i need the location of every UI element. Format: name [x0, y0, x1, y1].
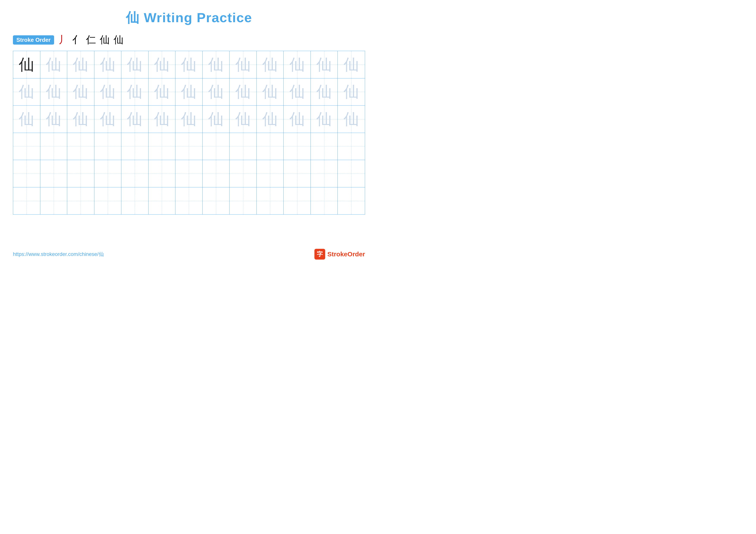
practice-char: 仙	[46, 84, 62, 99]
stroke-3: 仁	[86, 33, 96, 46]
grid-cell[interactable]: 仙	[176, 106, 202, 133]
grid-cell[interactable]	[121, 133, 148, 160]
practice-char: 仙	[154, 111, 170, 127]
grid-cell[interactable]	[230, 133, 257, 160]
grid-cell[interactable]: 仙	[257, 78, 284, 106]
brand-name-order: Order	[347, 250, 365, 258]
grid-cell[interactable]: 仙	[67, 78, 94, 106]
grid-cell[interactable]: 仙	[13, 78, 40, 106]
grid-cell[interactable]	[67, 160, 94, 187]
grid-cell[interactable]: 仙	[311, 51, 338, 78]
grid-cell[interactable]: 仙	[202, 51, 230, 78]
grid-cell[interactable]	[257, 133, 284, 160]
grid-cell[interactable]	[230, 188, 257, 215]
grid-cell[interactable]: 仙	[13, 51, 40, 78]
grid-cell[interactable]	[311, 188, 338, 215]
grid-cell[interactable]	[257, 160, 284, 187]
grid-cell[interactable]: 仙	[257, 51, 284, 78]
practice-char: 仙	[262, 111, 278, 127]
grid-cell[interactable]	[94, 133, 122, 160]
grid-cell[interactable]: 仙	[40, 51, 68, 78]
practice-char: 仙	[235, 57, 251, 72]
grid-cell[interactable]	[40, 160, 68, 187]
grid-cell[interactable]	[311, 133, 338, 160]
writing-grid: 仙 仙 仙 仙 仙 仙 仙 仙 仙 仙 仙 仙 仙 仙 仙 仙 仙 仙 仙 仙 …	[13, 51, 365, 215]
grid-cell[interactable]: 仙	[230, 106, 257, 133]
practice-char: 仙	[235, 111, 251, 127]
grid-cell[interactable]: 仙	[284, 106, 311, 133]
grid-cell[interactable]: 仙	[94, 51, 122, 78]
practice-char: 仙	[181, 84, 197, 99]
grid-cell[interactable]	[67, 133, 94, 160]
grid-cell[interactable]: 仙	[94, 78, 122, 106]
grid-cell[interactable]	[148, 133, 176, 160]
grid-cell[interactable]	[148, 160, 176, 187]
grid-cell[interactable]: 仙	[284, 78, 311, 106]
practice-char: 仙	[235, 84, 251, 99]
grid-cell[interactable]: 仙	[148, 106, 176, 133]
grid-cell[interactable]: 仙	[94, 106, 122, 133]
practice-char: 仙	[208, 111, 224, 127]
grid-row-3: 仙 仙 仙 仙 仙 仙 仙 仙 仙 仙 仙 仙 仙	[13, 106, 365, 133]
grid-cell[interactable]	[338, 133, 365, 160]
grid-cell[interactable]: 仙	[202, 78, 230, 106]
grid-cell[interactable]	[230, 160, 257, 187]
grid-cell[interactable]	[176, 188, 202, 215]
practice-char: 仙	[100, 84, 116, 99]
grid-cell[interactable]: 仙	[230, 78, 257, 106]
grid-cell[interactable]	[13, 133, 40, 160]
grid-cell[interactable]: 仙	[148, 51, 176, 78]
grid-cell[interactable]	[94, 160, 122, 187]
grid-cell[interactable]: 仙	[338, 106, 365, 133]
grid-cell[interactable]: 仙	[121, 106, 148, 133]
grid-cell[interactable]	[202, 160, 230, 187]
practice-char: 仙	[181, 111, 197, 127]
grid-cell[interactable]: 仙	[121, 51, 148, 78]
grid-cell[interactable]	[257, 188, 284, 215]
practice-char: 仙	[73, 84, 88, 99]
grid-cell[interactable]	[148, 188, 176, 215]
grid-cell[interactable]: 仙	[284, 51, 311, 78]
grid-cell[interactable]	[284, 133, 311, 160]
stroke-4: 仙	[100, 33, 110, 46]
title-char: 仙	[126, 10, 140, 25]
grid-cell[interactable]	[176, 160, 202, 187]
grid-cell[interactable]: 仙	[121, 78, 148, 106]
grid-cell[interactable]: 仙	[230, 51, 257, 78]
grid-cell[interactable]: 仙	[176, 51, 202, 78]
grid-cell[interactable]: 仙	[311, 106, 338, 133]
grid-cell[interactable]	[67, 188, 94, 215]
practice-char: 仙	[100, 57, 116, 72]
footer-url[interactable]: https://www.strokeorder.com/chinese/仙	[13, 251, 104, 258]
practice-char: 仙	[46, 57, 62, 72]
grid-cell[interactable]	[13, 160, 40, 187]
grid-cell[interactable]	[338, 160, 365, 187]
grid-cell[interactable]	[13, 188, 40, 215]
grid-cell[interactable]	[121, 160, 148, 187]
grid-cell[interactable]	[176, 133, 202, 160]
grid-cell[interactable]	[338, 188, 365, 215]
grid-cell[interactable]: 仙	[338, 51, 365, 78]
grid-cell[interactable]: 仙	[148, 78, 176, 106]
grid-cell[interactable]: 仙	[67, 51, 94, 78]
grid-cell[interactable]	[284, 188, 311, 215]
grid-cell[interactable]: 仙	[202, 106, 230, 133]
grid-cell[interactable]	[121, 188, 148, 215]
grid-cell[interactable]: 仙	[257, 106, 284, 133]
grid-cell[interactable]: 仙	[67, 106, 94, 133]
grid-cell[interactable]	[202, 133, 230, 160]
grid-cell[interactable]	[284, 160, 311, 187]
grid-cell[interactable]	[311, 160, 338, 187]
grid-cell[interactable]: 仙	[13, 106, 40, 133]
grid-cell[interactable]: 仙	[338, 78, 365, 106]
grid-cell[interactable]: 仙	[311, 78, 338, 106]
grid-cell[interactable]	[40, 133, 68, 160]
stroke-order-badge[interactable]: Stroke Order	[13, 35, 54, 45]
grid-cell[interactable]: 仙	[40, 106, 68, 133]
practice-char: 仙	[73, 57, 88, 72]
grid-cell[interactable]	[94, 188, 122, 215]
grid-cell[interactable]: 仙	[176, 78, 202, 106]
grid-cell[interactable]: 仙	[40, 78, 68, 106]
grid-cell[interactable]	[40, 188, 68, 215]
grid-cell[interactable]	[202, 188, 230, 215]
